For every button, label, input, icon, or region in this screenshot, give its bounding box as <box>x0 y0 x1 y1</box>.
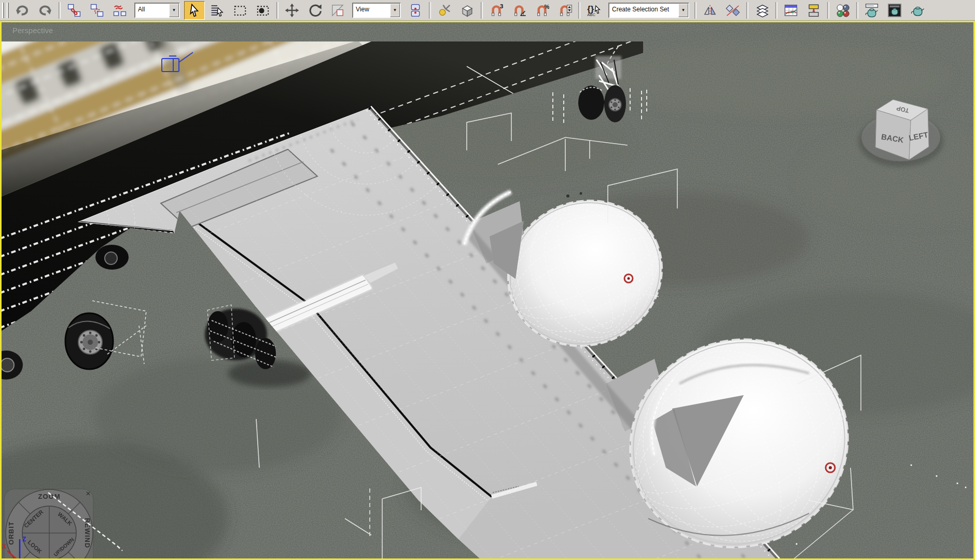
select-and-link-button[interactable] <box>64 1 85 20</box>
undo-button[interactable] <box>12 1 33 20</box>
select-and-rotate-icon <box>308 3 322 18</box>
select-and-manipulate-icon <box>437 3 452 18</box>
layer-manager-button[interactable] <box>751 1 772 20</box>
window-crossing-toggle-button[interactable] <box>253 1 273 20</box>
toolbar-separator <box>59 2 61 19</box>
selection-filter-dropdown-arrow-icon[interactable]: ▼ <box>169 4 179 17</box>
named-selection-sets-dropdown[interactable]: Create Selection Set▼ <box>608 3 689 18</box>
selection-filter-value: All <box>135 4 169 17</box>
select-and-rotate-button[interactable] <box>304 1 325 20</box>
viewport-canvas[interactable]: TOP BACK LEFT ZOOM PAN ORBIT REWIND CENT… <box>0 21 975 560</box>
keyboard-shortcut-override-icon <box>460 3 475 18</box>
align-icon <box>726 3 740 18</box>
axis-z-label: Z <box>22 536 26 543</box>
wheel-close-icon[interactable]: ✕ <box>86 490 91 497</box>
spinner-snap-toggle-button[interactable] <box>554 1 575 20</box>
toolbar-separator <box>856 2 858 19</box>
unlink-selection-button[interactable] <box>87 1 107 20</box>
select-by-name-button[interactable] <box>207 1 228 20</box>
toolbar-separator <box>276 2 278 19</box>
select-object-button[interactable] <box>184 1 205 20</box>
reference-coordinate-system-dropdown[interactable]: View▼ <box>352 3 401 18</box>
select-by-name-icon <box>210 3 225 18</box>
angle-snap-toggle-button[interactable] <box>509 1 530 20</box>
schematic-view-button[interactable] <box>803 1 824 20</box>
material-editor-icon <box>835 3 850 18</box>
angle-snap-toggle-icon <box>512 3 526 18</box>
svg-text:%: % <box>544 4 549 10</box>
selection-filter-dropdown[interactable]: All▼ <box>134 3 180 18</box>
render-production-icon <box>910 3 925 18</box>
select-and-scale-button[interactable] <box>327 1 348 20</box>
mirror-button[interactable] <box>700 1 720 20</box>
window-crossing-toggle-icon <box>256 3 270 18</box>
select-and-move-icon <box>285 3 299 18</box>
wheel-rewind-label[interactable]: REWIND <box>83 518 91 549</box>
edit-named-selection-sets-button[interactable]: {}ABC <box>583 1 604 20</box>
reference-coordinate-system-dropdown-arrow-icon[interactable]: ▼ <box>390 4 400 17</box>
layer-manager-icon <box>755 3 769 18</box>
curve-editor-button[interactable] <box>781 1 801 20</box>
bind-to-space-warp-icon <box>113 3 127 18</box>
toolbar-separator <box>481 2 483 19</box>
toolbar-separator <box>429 2 431 19</box>
steering-wheel[interactable]: ZOOM PAN ORBIT REWIND CENTER WALK LOOK U… <box>4 489 93 560</box>
toolbar-separator <box>827 2 829 19</box>
bind-to-space-warp-button[interactable] <box>109 1 130 20</box>
mirror-icon <box>703 3 717 18</box>
render-setup-button[interactable] <box>861 1 882 20</box>
percent-snap-toggle-button[interactable]: % <box>532 1 552 20</box>
render-setup-icon <box>865 3 879 18</box>
material-editor-button[interactable] <box>832 1 853 20</box>
schematic-view-icon <box>806 3 821 18</box>
spinner-snap-toggle-icon <box>558 3 572 18</box>
snaps-toggle-button[interactable]: 3 <box>486 1 507 20</box>
select-and-scale-icon <box>330 3 345 18</box>
redo-button[interactable] <box>35 1 55 20</box>
redo-icon <box>38 3 52 18</box>
toolbar-separator <box>694 2 697 19</box>
toolbar-separator <box>746 2 748 19</box>
align-button[interactable] <box>722 1 743 20</box>
unlink-selection-icon <box>90 3 104 18</box>
svg-text:3: 3 <box>500 3 503 9</box>
select-and-move-button[interactable] <box>282 1 302 20</box>
select-and-link-icon <box>67 3 81 18</box>
named-selection-sets-value: Create Selection Set <box>609 4 678 17</box>
toolbar-separator <box>578 2 580 19</box>
toolbar-separator <box>775 2 777 19</box>
axis-x-label: X <box>2 543 6 550</box>
rendered-frame-window-button[interactable] <box>884 1 905 20</box>
percent-snap-toggle-icon: % <box>535 3 549 18</box>
named-selection-sets-dropdown-arrow-icon[interactable]: ▼ <box>678 4 688 17</box>
edit-named-selection-sets-icon: {}ABC <box>587 3 601 18</box>
keyboard-shortcut-override-button[interactable] <box>457 1 478 20</box>
toolbar-drag-handle[interactable] <box>2 3 9 18</box>
select-and-manipulate-button[interactable] <box>434 1 455 20</box>
rectangular-selection-region-button[interactable] <box>230 1 250 20</box>
rectangular-selection-region-icon <box>233 3 247 18</box>
undo-icon <box>15 3 30 18</box>
curve-editor-icon <box>784 3 798 18</box>
svg-text:ABC: ABC <box>587 12 595 17</box>
wheel-orbit-label[interactable]: ORBIT <box>7 521 15 544</box>
render-production-button[interactable] <box>907 1 928 20</box>
use-pivot-point-center-icon <box>408 3 423 18</box>
main-toolbar: All▼View▼3%{}ABCCreate Selection Set▼ <box>0 0 975 21</box>
rendered-frame-window-icon <box>887 3 902 18</box>
viewport-label[interactable]: Perspective <box>12 26 53 35</box>
perspective-viewport[interactable]: TOP BACK LEFT ZOOM PAN ORBIT REWIND CENT… <box>0 21 975 560</box>
snaps-toggle-icon: 3 <box>489 3 504 18</box>
select-object-icon <box>187 3 202 18</box>
use-pivot-point-center-button[interactable] <box>405 1 426 20</box>
reference-coordinate-system-value: View <box>353 4 390 17</box>
